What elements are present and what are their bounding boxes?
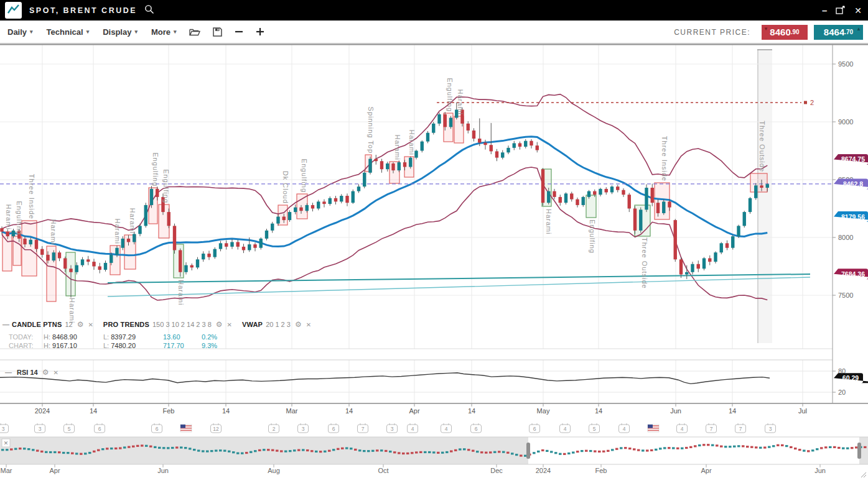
candle <box>253 244 256 248</box>
svg-text:6: 6 <box>98 426 101 432</box>
candle <box>225 243 228 247</box>
candle <box>651 188 654 203</box>
navigator-axis-label: Apr <box>701 467 711 474</box>
calendar-event-badge[interactable]: 3 <box>35 423 45 433</box>
calendar-event-badge[interactable]: 12 <box>211 423 222 433</box>
menu-technical[interactable]: Technical▾ <box>47 27 90 37</box>
calendar-event-badge[interactable]: 3 <box>387 423 398 433</box>
zoom-in-button[interactable] <box>256 27 264 36</box>
svg-text:12: 12 <box>213 426 219 432</box>
candle <box>86 259 90 262</box>
candle <box>679 259 683 274</box>
calendar-event-badge[interactable]: 2 <box>269 423 279 433</box>
calendar-event-badge[interactable]: 6 <box>530 423 540 433</box>
close-icon[interactable]: ✕ <box>227 321 232 328</box>
gear-icon[interactable]: ⚙ <box>77 320 84 329</box>
calendar-event-badge[interactable]: 4 <box>441 423 452 433</box>
candle <box>645 188 648 209</box>
calendar-event-badge[interactable]: 4 <box>408 423 418 433</box>
current-price-label: CURRENT PRICE: <box>674 28 750 37</box>
candle <box>242 247 245 250</box>
calendar-event-badge[interactable]: 6 <box>152 423 162 433</box>
open-folder-icon[interactable] <box>189 27 200 37</box>
svg-text:3: 3 <box>2 426 5 432</box>
candle <box>322 201 325 204</box>
search-icon[interactable] <box>144 4 154 17</box>
close-icon[interactable]: ✕ <box>88 321 93 328</box>
candle <box>207 254 210 257</box>
candle <box>656 203 660 213</box>
calendar-event-badge[interactable]: 3 <box>765 423 776 433</box>
navigator-axis-label: Mar <box>1 467 12 474</box>
calendar-event-badge[interactable]: 5 <box>589 423 600 433</box>
pattern-label: Engulfing <box>446 78 454 112</box>
candle <box>127 239 130 242</box>
calendar-event-badge[interactable]: 3 <box>0 423 9 433</box>
candle <box>605 189 608 193</box>
calendar-event-badge[interactable]: 5 <box>64 423 75 433</box>
candle <box>541 169 544 203</box>
candle <box>345 196 348 203</box>
candle <box>685 272 688 275</box>
pattern-label: Three Inside <box>661 136 668 182</box>
candle <box>306 205 309 211</box>
close-icon[interactable]: ✕ <box>53 369 58 376</box>
candle <box>668 201 671 207</box>
calendar-event-badge[interactable]: 7 <box>706 423 717 433</box>
navigator-handle[interactable] <box>857 443 861 459</box>
calendar-event-badge[interactable]: 3 <box>298 423 309 433</box>
candle <box>628 195 631 208</box>
calendar-event-badge[interactable]: 7 <box>358 423 368 433</box>
svg-text:3: 3 <box>391 426 394 432</box>
svg-text:7: 7 <box>362 426 365 432</box>
rsi-line <box>0 373 770 384</box>
candle <box>219 243 222 249</box>
popout-button[interactable] <box>836 6 846 15</box>
us-flag-icon[interactable] <box>648 425 659 432</box>
x-axis-label: Apr <box>409 407 419 415</box>
gear-icon[interactable]: ⚙ <box>295 320 302 329</box>
price-tick-label: 9000 <box>838 118 853 126</box>
x-axis-label: May <box>537 407 550 415</box>
candle <box>299 208 302 211</box>
calendar-event-badge[interactable]: 4 <box>619 423 630 433</box>
candle <box>12 231 15 236</box>
resize-grip[interactable] <box>861 472 866 477</box>
menu-daily[interactable]: Daily▾ <box>7 27 33 37</box>
menu-more[interactable]: More▾ <box>151 27 177 37</box>
candle <box>156 189 159 197</box>
candle <box>230 242 233 246</box>
calendar-event-badge[interactable]: 6 <box>471 423 482 433</box>
save-icon[interactable] <box>213 27 222 37</box>
svg-text:4: 4 <box>411 426 414 432</box>
pattern-label: Engulfing <box>589 219 596 254</box>
price-badge: 60.29 <box>842 374 859 382</box>
price-badge: 8674.75 <box>841 155 865 163</box>
x-axis-label: 14 <box>345 407 353 415</box>
zoom-out-button[interactable] <box>235 27 243 36</box>
chart-toolbar: Daily▾ Technical▾ Display▾ More▾ CURRENT… <box>0 21 868 44</box>
us-flag-icon[interactable] <box>180 425 192 432</box>
navigator-close-button[interactable]: ✕ <box>2 439 10 447</box>
candle <box>490 145 493 151</box>
candle <box>138 226 141 234</box>
gear-icon[interactable]: ⚙ <box>42 368 49 377</box>
menu-display[interactable]: Display▾ <box>103 27 138 37</box>
calendar-event-badge[interactable]: 6 <box>95 423 105 433</box>
close-icon[interactable]: ✕ <box>306 321 311 328</box>
calendar-event-badge[interactable]: 4 <box>560 423 571 433</box>
candle <box>23 239 26 244</box>
gear-icon[interactable]: ⚙ <box>216 320 223 329</box>
navigator-handle[interactable] <box>526 443 530 459</box>
ask-price-badge: 8464.70 ▲ <box>814 25 863 40</box>
candle <box>444 114 447 127</box>
minimize-button[interactable]: – <box>822 5 827 16</box>
chevron-down-icon: ▾ <box>134 29 138 35</box>
calendar-event-badge[interactable]: 4 <box>677 423 688 433</box>
calendar-event-badge[interactable]: 7 <box>735 423 746 433</box>
close-window-button[interactable]: ✕ <box>854 6 862 16</box>
candle <box>432 124 435 133</box>
navigator-axis-label: 2024 <box>536 467 551 474</box>
calendar-event-badge[interactable]: 6 <box>329 423 339 433</box>
event-markers: 33566122367344664544773 <box>0 423 776 433</box>
